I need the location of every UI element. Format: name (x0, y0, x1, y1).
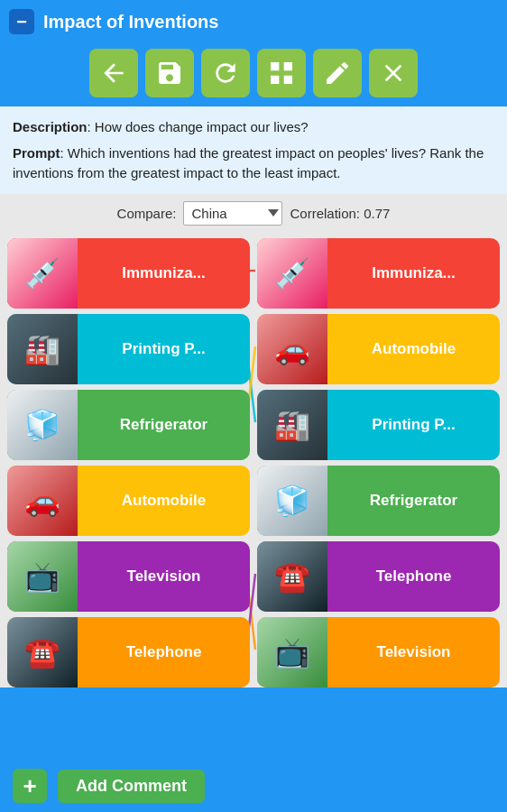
item-label: Printing P... (327, 416, 500, 434)
description-text: Description: How does change impact our … (13, 117, 494, 136)
description-label: Description (13, 119, 88, 134)
item-label: Automobile (78, 492, 250, 510)
minimize-button[interactable]: − (9, 9, 34, 34)
list-item[interactable]: 📺 Television (7, 541, 250, 612)
grid-button[interactable] (257, 49, 306, 97)
item-label: Telephone (78, 643, 250, 661)
list-item[interactable]: 💉 Immuniza... (7, 238, 250, 309)
prompt-content: : Which inventions had the greatest impa… (13, 145, 484, 180)
compare-select-wrapper: China USA UK India (183, 201, 282, 226)
list-item[interactable]: 📺 Television (257, 617, 500, 687)
item-label: Automobile (327, 340, 500, 358)
list-item[interactable]: 🏭 Printing P... (257, 390, 500, 460)
list-item[interactable]: ☎️ Telephone (7, 617, 250, 687)
item-label: Television (327, 643, 500, 661)
item-image: 🧊 (7, 390, 78, 460)
list-item[interactable]: 🧊 Refrigerator (257, 466, 500, 536)
item-image: 📺 (257, 617, 327, 687)
app-title: Impact of Inventions (43, 12, 218, 32)
item-label: Printing P... (78, 340, 250, 358)
add-comment-button[interactable]: Add Comment (58, 770, 205, 803)
correlation-text: Correlation: 0.77 (290, 206, 390, 221)
toolbar (0, 43, 507, 106)
add-plus-icon[interactable]: + (13, 769, 47, 803)
close-button[interactable] (369, 49, 418, 97)
close-icon (379, 59, 408, 88)
item-image: 💉 (7, 238, 78, 309)
refresh-icon (211, 59, 240, 88)
item-label: Refrigerator (78, 416, 250, 434)
header: − Impact of Inventions (0, 0, 507, 43)
item-image: 🏭 (257, 390, 327, 460)
refresh-button[interactable] (201, 49, 250, 97)
save-icon (155, 59, 184, 88)
list-item[interactable]: 🚗 Automobile (257, 314, 500, 384)
item-label: Immuniza... (78, 264, 250, 282)
compare-bar: Compare: China USA UK India Correlation:… (0, 194, 507, 233)
table-row: 🚗 Automobile 🧊 Refrigerator (7, 466, 500, 536)
save-button[interactable] (145, 49, 194, 97)
item-label: Immuniza... (327, 264, 500, 282)
back-icon (99, 59, 128, 88)
item-image: 🚗 (7, 466, 78, 536)
item-label: Telephone (327, 567, 500, 586)
item-image: ☎️ (257, 541, 327, 612)
prompt-text: Prompt: Which inventions had the greates… (13, 143, 494, 183)
list-item[interactable]: ☎️ Telephone (257, 541, 500, 612)
table-row: 📺 Television ☎️ Telephone (7, 541, 500, 612)
table-row: 🏭 Printing P... 🚗 Automobile (7, 314, 500, 384)
compare-select[interactable]: China USA UK India (183, 201, 282, 226)
grid-icon (267, 59, 296, 88)
list-item[interactable]: 🧊 Refrigerator (7, 390, 250, 460)
list-item[interactable]: 💉 Immuniza... (257, 238, 500, 309)
edit-button[interactable] (313, 49, 362, 97)
table-row: 💉 Immuniza... 💉 Immuniza... (7, 238, 500, 309)
item-image: 🏭 (7, 314, 78, 384)
table-row: ☎️ Telephone 📺 Television (7, 617, 500, 687)
compare-label: Compare: (117, 206, 177, 221)
item-label: Television (78, 567, 250, 586)
edit-icon (323, 59, 352, 88)
prompt-label: Prompt (13, 145, 60, 161)
description-area: Description: How does change impact our … (0, 106, 507, 194)
description-content: : How does change impact our lives? (88, 119, 309, 134)
bottom-bar: + Add Comment (0, 760, 507, 812)
item-image: 💉 (257, 238, 327, 309)
item-image: 📺 (7, 541, 78, 612)
item-image: ☎️ (7, 617, 78, 687)
list-item[interactable]: 🏭 Printing P... (7, 314, 250, 384)
rows-container: 💉 Immuniza... 💉 Immuniza... 🏭 Printing P… (7, 238, 500, 687)
item-image: 🚗 (257, 314, 327, 384)
item-label: Refrigerator (327, 492, 500, 510)
back-button[interactable] (89, 49, 138, 97)
table-row: 🧊 Refrigerator 🏭 Printing P... (7, 390, 500, 460)
item-image: 🧊 (257, 466, 327, 536)
list-item[interactable]: 🚗 Automobile (7, 466, 250, 536)
ranking-area: 💉 Immuniza... 💉 Immuniza... 🏭 Printing P… (0, 233, 507, 687)
